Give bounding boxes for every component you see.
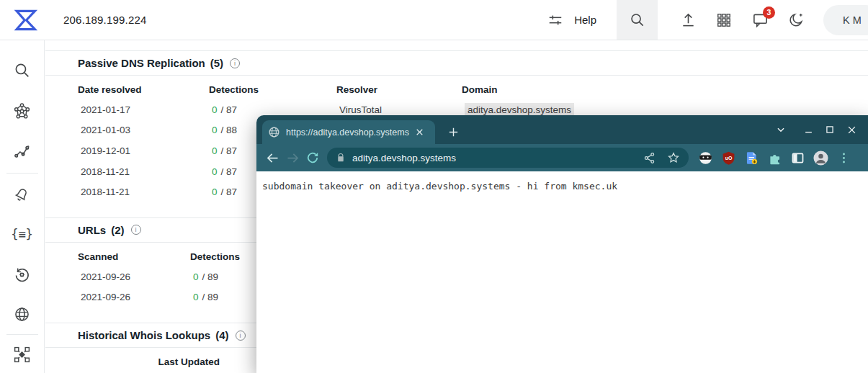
- sidebar-divider: [6, 334, 38, 335]
- search-icon[interactable]: [13, 60, 32, 79]
- detections-total: / 89: [202, 292, 219, 302]
- detections-positives: 0: [193, 292, 199, 302]
- date-cell: 2021-09-26: [81, 271, 193, 282]
- browser-page-content: subdomain takeover on aditya.devshop.sys…: [256, 171, 868, 373]
- new-tab-icon[interactable]: [445, 124, 461, 140]
- forward-icon[interactable]: [282, 148, 303, 168]
- user-avatar[interactable]: K M: [823, 5, 868, 35]
- date-cell: 2021-01-03: [81, 125, 212, 135]
- similarity-icon[interactable]: [13, 345, 32, 364]
- detections-total: / 89: [202, 271, 219, 282]
- extensions-puzzle-icon[interactable]: [766, 150, 783, 166]
- retrohunt-icon[interactable]: [13, 265, 32, 284]
- section-count: (2): [111, 224, 124, 236]
- back-icon[interactable]: [262, 148, 282, 168]
- resolver-cell: VirusTotal: [339, 104, 465, 115]
- tab-search-chevron-icon[interactable]: [770, 119, 792, 140]
- bookmark-star-icon[interactable]: [667, 151, 680, 164]
- profile-avatar-icon[interactable]: [813, 150, 829, 166]
- virustotal-logo-icon[interactable]: [12, 6, 39, 34]
- notifications-badge: 3: [763, 6, 775, 19]
- detections-total: / 87: [221, 104, 238, 115]
- section-count: (5): [210, 57, 223, 69]
- detections-positives: 0: [212, 104, 218, 115]
- tune-filter-icon[interactable]: [547, 12, 564, 29]
- date-cell: 2021-01-17: [81, 104, 212, 115]
- col-header-date-resolved: Date resolved: [78, 84, 209, 95]
- globe-favicon-icon: [268, 126, 280, 138]
- alerts-bell-icon[interactable]: [13, 184, 32, 203]
- col-header-domain: Domain: [462, 84, 868, 95]
- tab-close-icon[interactable]: [413, 126, 426, 139]
- detections-positives: 0: [212, 125, 218, 135]
- browser-tab[interactable]: https://aditya.devshop.systems: [262, 120, 435, 144]
- side-panel-icon[interactable]: [789, 150, 806, 166]
- info-icon[interactable]: i: [236, 331, 246, 341]
- reload-icon[interactable]: [303, 148, 323, 168]
- lock-icon: [336, 153, 346, 163]
- upload-icon[interactable]: [679, 12, 697, 29]
- extension-ninja-icon[interactable]: [697, 150, 714, 166]
- info-icon[interactable]: i: [131, 225, 141, 235]
- window-minimize-icon[interactable]: [797, 119, 819, 140]
- info-icon[interactable]: i: [230, 58, 240, 68]
- detections-positives: 0: [212, 166, 218, 177]
- address-url-text: aditya.devshop.systems: [352, 153, 456, 163]
- browser-window[interactable]: https://aditya.devshop.systems: [256, 115, 868, 373]
- window-maximize-icon[interactable]: [819, 119, 841, 140]
- api-sphere-icon[interactable]: [13, 305, 32, 323]
- window-close-icon[interactable]: [841, 119, 862, 140]
- extension-document-icon[interactable]: [743, 150, 760, 166]
- date-cell: 2018-11-21: [81, 166, 212, 177]
- date-cell: 2021-09-26: [81, 292, 193, 302]
- current-ip-address: 206.189.199.224: [63, 14, 147, 26]
- date-cell: 2019-12-01: [81, 145, 212, 156]
- detections-total: / 88: [221, 125, 238, 135]
- svg-text:uO: uO: [725, 155, 733, 160]
- help-link[interactable]: Help: [574, 14, 596, 26]
- tab-title: https://aditya.devshop.systems: [286, 127, 410, 138]
- col-header-resolver: Resolver: [336, 84, 462, 95]
- table-header-row: Date resolved Detections Resolver Domain: [45, 76, 868, 99]
- section-title: Passive DNS Replication: [78, 57, 205, 69]
- insights-chart-icon[interactable]: [13, 143, 32, 161]
- search-icon: [629, 12, 646, 29]
- browser-menu-icon[interactable]: [836, 150, 852, 166]
- detections-positives: 0: [212, 186, 218, 197]
- code-braces-icon[interactable]: {≡}: [13, 225, 32, 243]
- browser-toolbar: aditya.devshop.systems uO: [256, 144, 868, 171]
- col-header-detections: Detections: [209, 84, 336, 95]
- left-sidebar: {≡}: [0, 40, 45, 373]
- takeover-message: subdomain takeover on aditya.devshop.sys…: [262, 181, 862, 192]
- detections-positives: 0: [193, 271, 199, 282]
- share-icon[interactable]: [643, 152, 656, 164]
- browser-titlebar[interactable]: https://aditya.devshop.systems: [256, 115, 868, 144]
- apps-grid-icon[interactable]: [715, 12, 733, 29]
- sidebar-divider: [6, 173, 38, 174]
- col-header-scanned: Scanned: [78, 251, 190, 262]
- date-cell: 2018-11-21: [81, 186, 212, 197]
- detections-total: / 87: [221, 145, 238, 156]
- search-button[interactable]: [617, 0, 658, 40]
- section-title: URLs: [78, 224, 106, 236]
- detections-total: / 87: [221, 186, 238, 197]
- col-header-last-updated: Last Updated: [78, 356, 220, 367]
- detections-positives: 0: [212, 145, 218, 156]
- dark-mode-moon-icon[interactable]: [787, 12, 805, 29]
- address-bar[interactable]: aditya.devshop.systems: [327, 148, 689, 168]
- top-navbar: 206.189.199.224 Help 3: [0, 0, 868, 40]
- section-title: Historical Whois Lookups: [78, 329, 210, 341]
- detections-total: / 87: [221, 166, 238, 177]
- ublock-origin-icon[interactable]: uO: [720, 150, 737, 166]
- domain-link[interactable]: aditya.devshop.systems: [465, 103, 574, 117]
- section-count: (4): [215, 329, 228, 341]
- graph-icon[interactable]: [13, 102, 32, 120]
